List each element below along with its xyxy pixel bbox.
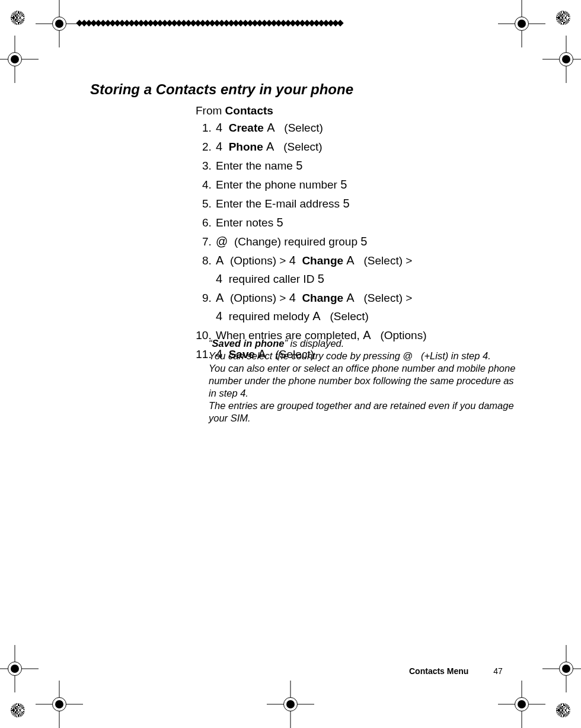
crosshair-icon [498, 681, 545, 728]
notes-block: “Saved in phone” is displayed. You can s… [209, 337, 523, 424]
note-text: You can select the country code by press… [209, 350, 403, 361]
nav-symbol: 4 [216, 140, 222, 153]
step-text: (Select) > [364, 292, 413, 304]
starburst-disc-icon [556, 703, 570, 717]
steps-list: 4 Create A (Select) 4 Phone A (Select) E… [196, 119, 522, 364]
ok-symbol: 5 [343, 197, 349, 210]
step-label: Change [302, 254, 343, 267]
crosshair-icon [542, 645, 581, 692]
softkey-symbol: A [346, 254, 354, 267]
at-symbol: @ [403, 350, 413, 361]
regmark-bottom-right [540, 687, 581, 728]
softkey-symbol: A [312, 309, 320, 323]
note-3: You can also enter or select an office p… [209, 362, 523, 400]
step-6: Enter notes 5 [215, 213, 522, 232]
step-label: Change [302, 292, 343, 304]
softkey-symbol: A [346, 291, 354, 304]
step-action: (Select) [284, 122, 323, 134]
step-text: Enter notes [216, 216, 276, 229]
nav-symbol: 4 [289, 254, 296, 267]
step-2: 4 Phone A (Select) [215, 138, 522, 156]
step-action: (Select) [283, 141, 322, 153]
note-text: ” is displayed. [284, 338, 344, 349]
from-target: Contacts [225, 104, 273, 117]
note-2: You can select the country code by press… [209, 350, 523, 362]
from-prefix: From [196, 104, 225, 117]
at-symbol: @ [216, 235, 228, 248]
ok-symbol: 5 [360, 235, 367, 248]
step-text: (Select) > [364, 254, 413, 267]
from-line: From Contacts [196, 104, 273, 117]
step-text: Enter the name [216, 159, 296, 172]
starburst-disc-icon [11, 703, 25, 717]
ok-symbol: 5 [318, 272, 324, 285]
ok-symbol: 5 [296, 159, 302, 172]
step-7: @ (Change) required group 5 [215, 232, 522, 251]
step-label: Phone [229, 141, 263, 153]
step-label: Create [229, 122, 264, 134]
crosshair-icon [267, 681, 314, 728]
footer-section-label: Contacts Menu [409, 666, 468, 676]
crosshair-icon [36, 0, 83, 47]
step-3: Enter the name 5 [215, 157, 522, 175]
nav-symbol: 4 [216, 121, 222, 134]
step-9: A (Options) > 4 Change A (Select) > 4 re… [215, 289, 522, 325]
nav-symbol: 4 [216, 309, 222, 323]
step-1: 4 Create A (Select) [215, 119, 522, 137]
note-1: “Saved in phone” is displayed. [209, 337, 523, 350]
step-text: (Options) > [230, 292, 289, 304]
nav-symbol: 4 [216, 272, 222, 285]
ok-symbol: 5 [276, 216, 283, 229]
section-heading: Storing a Contacts entry in your phone [90, 81, 353, 98]
note-bold: Saved in phone [212, 338, 285, 349]
note-4: The entries are grouped together and are… [209, 400, 523, 424]
crosshair-icon [0, 36, 39, 83]
ok-symbol: 5 [340, 178, 347, 191]
step-text: Enter the E-mail address [216, 197, 343, 210]
step-4: Enter the phone number 5 [215, 175, 522, 194]
softkey-symbol: A [216, 291, 224, 304]
page-footer: Contacts Menu 47 [409, 666, 503, 676]
starburst-disc-icon [556, 11, 570, 25]
softkey-symbol: A [216, 254, 224, 267]
step-text: required caller ID [229, 273, 318, 285]
step-text: (Options) > [230, 254, 289, 267]
crosshair-icon [542, 36, 581, 83]
step-text: (Select) [330, 310, 368, 323]
step-text: Enter the phone number [216, 178, 340, 191]
softkey-symbol: A [266, 140, 274, 153]
starburst-disc-icon [11, 11, 25, 25]
step-text: (Change) required group [234, 235, 360, 248]
nav-symbol: 4 [289, 291, 296, 304]
footer-page-number: 47 [493, 666, 503, 676]
step-5: Enter the E-mail address 5 [215, 194, 522, 213]
step-8: A (Options) > 4 Change A (Select) > 4 re… [215, 251, 522, 288]
crosshair-icon [36, 681, 83, 728]
note-text: (+List) in step 4. [418, 350, 490, 361]
crosshair-icon [0, 645, 39, 692]
crosshair-icon [498, 0, 545, 47]
softkey-symbol: A [267, 121, 274, 134]
step-text: required melody [229, 310, 313, 323]
diamond-strip-icon [77, 20, 353, 27]
